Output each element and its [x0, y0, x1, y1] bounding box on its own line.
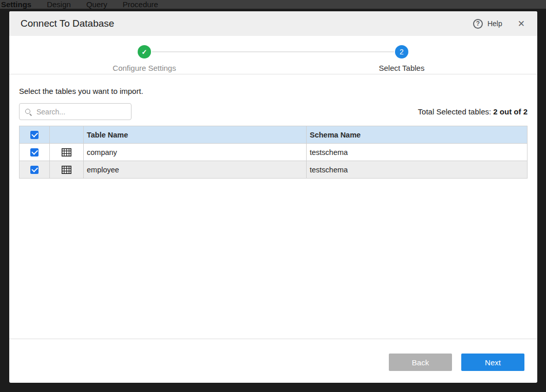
search-box: [19, 103, 131, 120]
help-label: Help: [487, 19, 502, 28]
wizard-stepper: ✓ 2 Configure Settings Select Tables: [9, 36, 537, 74]
bg-tab-design: Design: [47, 0, 71, 9]
selected-tables-summary: Total Selected tables: 2 out of 2: [418, 107, 528, 116]
table-header-row: Table Name Schema Name: [20, 126, 528, 144]
table-grid-icon: [62, 166, 71, 174]
step-1-completed-indicator: ✓: [138, 45, 151, 58]
next-button[interactable]: Next: [461, 354, 524, 371]
column-header-table-name: Table Name: [84, 126, 307, 144]
back-button[interactable]: Back: [389, 354, 452, 371]
summary-value: 2 out of 2: [493, 107, 528, 116]
header-icon-cell: [50, 126, 84, 144]
header-checkbox-cell: [20, 126, 50, 144]
page-title: Connect To Database: [21, 18, 114, 29]
cell-schema-name: testschema: [307, 161, 528, 179]
stepper-connector-line: [152, 51, 394, 52]
step-2-active-indicator: 2: [395, 45, 408, 58]
table-row[interactable]: company testschema: [20, 144, 528, 161]
cell-table-name: employee: [84, 161, 307, 179]
bg-tab-procedure: Procedure: [123, 0, 158, 9]
step-1-label: Configure Settings: [88, 64, 201, 72]
dialog-footer: Back Next: [9, 339, 537, 383]
tables-list: Table Name Schema Name: [19, 126, 528, 179]
table-grid-icon: [62, 148, 71, 156]
dialog-header: Connect To Database ? Help ✕: [9, 11, 537, 36]
cell-schema-name: testschema: [307, 144, 528, 161]
help-button[interactable]: ? Help: [473, 19, 502, 29]
table-toolbar: Total Selected tables: 2 out of 2: [19, 103, 528, 120]
connect-to-database-dialog: Connect To Database ? Help ✕ ✓ 2 Configu…: [9, 11, 537, 383]
background-tabs: Settings Design Query Procedure: [0, 0, 546, 9]
select-all-checkbox[interactable]: [30, 131, 39, 139]
bg-tab-settings: Settings: [1, 0, 31, 9]
cell-table-name: company: [84, 144, 307, 161]
summary-label: Total Selected tables:: [418, 107, 492, 116]
instruction-text: Select the tables you want to import.: [19, 87, 528, 95]
bg-tab-query: Query: [86, 0, 107, 9]
search-input[interactable]: [36, 108, 126, 116]
dimmed-background-menubar: Settings Design Query Procedure: [0, 0, 546, 9]
step-2-label: Select Tables: [345, 64, 458, 72]
help-icon: ?: [473, 19, 483, 29]
row-checkbox[interactable]: [30, 166, 39, 174]
table-row[interactable]: employee testschema: [20, 161, 528, 179]
column-header-schema-name: Schema Name: [307, 126, 528, 144]
search-icon: [25, 108, 32, 115]
dialog-body: Select the tables you want to import. To…: [9, 74, 537, 339]
close-icon[interactable]: ✕: [518, 19, 525, 28]
row-checkbox[interactable]: [30, 148, 39, 156]
